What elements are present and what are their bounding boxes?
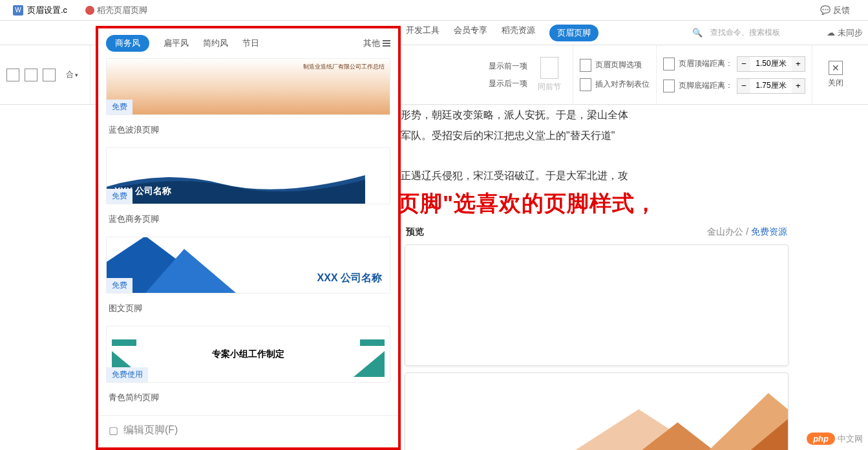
footer-distance-icon <box>663 80 675 92</box>
edit-footer-label: 编辑页脚(F) <box>123 423 178 437</box>
preview-slide-2[interactable] <box>405 372 789 450</box>
feedback-label: 反馈 <box>833 5 850 16</box>
edit-footer-option[interactable]: ▢ 编辑页脚(F) <box>98 415 398 445</box>
template-preview-4: 专案小组工作制定 免费使用 <box>106 326 390 383</box>
doc-line-1: 形势，朝廷改变策略，派人安抚。于是，梁山全体 <box>401 105 868 125</box>
teal-right-icon <box>354 332 385 377</box>
toolbar-icon-3[interactable] <box>43 69 56 81</box>
template-1-caption: 制造业造纸厂有限公司工作总结 <box>303 63 385 71</box>
template-item-1[interactable]: 制造业造纸厂有限公司工作总结 免费 蓝色波浪页脚 <box>98 58 398 147</box>
close-icon: ✕ <box>829 61 843 75</box>
combine-button[interactable]: 合 <box>61 67 83 83</box>
document-name: 页眉设置.c <box>27 5 67 16</box>
ribbon-tab-docer[interactable]: 稻壳资源 <box>502 25 535 41</box>
template-preview-3: XXX 公司名称 免费 <box>106 237 390 294</box>
cloud-icon: ☁ <box>827 28 835 38</box>
hf-options-button[interactable]: 页眉页脚选项 <box>580 59 650 72</box>
sync-status[interactable]: ☁ 未同步 <box>827 27 863 39</box>
template-category-tabs: 商务风 扁平风 简约风 节日 其他 <box>98 28 398 58</box>
preview-source-text: 金山办公 / <box>707 226 751 237</box>
php-cn-text: 中文网 <box>838 433 863 445</box>
header-distance-stepper[interactable]: − + <box>737 56 805 72</box>
sync-label: 未同步 <box>838 27 863 39</box>
footer-distance-input[interactable] <box>750 79 792 93</box>
footer-distance-plus[interactable]: + <box>792 79 805 93</box>
hamburger-icon <box>383 40 390 47</box>
feedback-button[interactable]: 💬 反馈 <box>820 5 850 16</box>
category-tab-simple[interactable]: 简约风 <box>203 38 228 49</box>
same-prev-label: 同前节 <box>538 81 561 92</box>
ribbon-tab-member[interactable]: 会员专享 <box>454 25 487 41</box>
ribbon-tab-devtools[interactable]: 开发工具 <box>406 25 439 41</box>
same-prev-section-button[interactable]: 同前节 <box>533 54 566 95</box>
header-distance-label: 页眉顶端距离： <box>679 58 733 69</box>
doc-line-3: 正遇辽兵侵犯，宋江受诏破辽。于是大军北进，攻 <box>401 166 868 186</box>
header-distance-plus[interactable]: + <box>792 57 805 71</box>
title-bar: W 页眉设置.c 稻壳页眉页脚 💬 反馈 <box>0 0 868 21</box>
watermark: php 中文网 <box>807 433 863 445</box>
footer-distance-minus[interactable]: − <box>737 79 750 93</box>
svg-marker-5 <box>354 351 385 377</box>
preview-slide-1[interactable] <box>405 244 789 366</box>
search-icon[interactable]: 🔍 <box>692 28 703 38</box>
free-badge: 免费 <box>107 100 132 114</box>
show-next-button[interactable]: 显示后一项 <box>489 78 527 89</box>
template-preview-panel: 预览 金山办公 / 免费资源 青 19 员河北降将 。 <box>405 222 789 450</box>
template-item-2[interactable]: XXX 公司名称 免费 蓝色商务页脚 <box>98 147 398 237</box>
tab-position-label: 插入对齐制表位 <box>595 79 650 90</box>
docer-tab[interactable]: 稻壳页眉页脚 <box>85 5 147 16</box>
doc-line-2: 军队。受招安后的宋江把忠义堂上的"替天行道" <box>401 125 868 146</box>
category-tab-holiday[interactable]: 节日 <box>242 38 259 49</box>
orange-mountains-icon <box>405 390 788 450</box>
combine-label: 合 <box>66 69 78 80</box>
template-item-4[interactable]: 专案小组工作制定 免费使用 青色简约页脚 <box>98 326 398 415</box>
toolbar-icon-2[interactable] <box>25 69 37 81</box>
category-tab-other[interactable]: 其他 <box>363 38 390 49</box>
hf-options-icon <box>580 59 591 72</box>
ribbon-tab-header-footer[interactable]: 页眉页脚 <box>549 25 598 41</box>
docer-tab-label: 稻壳页眉页脚 <box>97 5 147 16</box>
header-distance-input[interactable] <box>750 57 792 71</box>
tab-position-button[interactable]: 插入对齐制表位 <box>580 78 650 91</box>
svg-rect-4 <box>360 339 385 346</box>
close-label: 关闭 <box>828 78 843 89</box>
search-placeholder[interactable]: 查找命令、搜索模板 <box>710 27 780 38</box>
template-3-name: 图文页脚 <box>106 294 390 326</box>
show-next-label: 显示后一项 <box>489 78 527 89</box>
template-4-name: 青色简约页脚 <box>106 383 390 415</box>
docer-icon <box>85 6 94 15</box>
edit-icon: ▢ <box>109 424 118 436</box>
wps-logo-icon: W <box>13 5 23 16</box>
preview-free-link[interactable]: 免费资源 <box>751 226 787 237</box>
footer-distance-stepper[interactable]: − + <box>737 78 805 94</box>
free-use-badge: 免费使用 <box>107 367 148 382</box>
hf-options-label: 页眉页脚选项 <box>595 59 642 70</box>
close-button[interactable]: ✕ 关闭 <box>819 61 852 89</box>
category-tab-flat[interactable]: 扁平风 <box>164 38 189 49</box>
toolbar-icon-1[interactable] <box>6 69 19 81</box>
footer-distance-label: 页脚底端距离： <box>679 80 733 91</box>
same-prev-icon <box>540 57 558 79</box>
template-4-center: 专案小组工作制定 <box>212 348 284 360</box>
category-tab-business[interactable]: 商务风 <box>106 35 149 52</box>
header-distance-minus[interactable]: − <box>737 57 750 71</box>
footer-templates-dropdown: 商务风 扁平风 简约风 节日 其他 制造业造纸厂有限公司工作总结 免费 蓝色波浪… <box>96 26 401 450</box>
free-badge: 免费 <box>107 189 132 204</box>
other-label: 其他 <box>363 38 380 49</box>
preview-title: 预览 <box>406 226 424 238</box>
header-distance-icon <box>663 58 675 70</box>
php-pill: php <box>807 433 835 445</box>
template-2-name: 蓝色商务页脚 <box>106 204 390 237</box>
document-tab[interactable]: W 页眉设置.c <box>5 5 75 16</box>
template-1-name: 蓝色波浪页脚 <box>106 115 390 147</box>
template-item-3[interactable]: XXX 公司名称 免费 图文页脚 <box>98 237 398 326</box>
template-preview-1: 制造业造纸厂有限公司工作总结 免费 <box>106 58 390 115</box>
template-preview-2: XXX 公司名称 免费 <box>106 147 390 204</box>
show-prev-button[interactable]: 显示前一项 <box>489 61 527 72</box>
svg-rect-2 <box>112 339 136 346</box>
chat-icon: 💬 <box>820 5 831 15</box>
template-3-company: XXX 公司名称 <box>317 272 382 285</box>
tab-position-icon <box>580 78 591 91</box>
preview-source: 金山办公 / 免费资源 <box>707 226 787 238</box>
free-badge: 免费 <box>107 278 132 293</box>
